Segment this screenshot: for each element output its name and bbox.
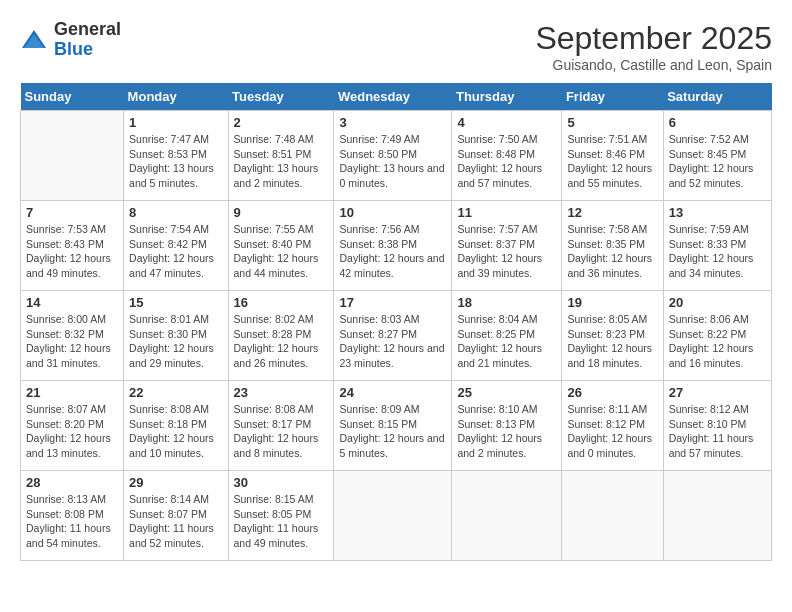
- day-cell: 28Sunrise: 8:13 AMSunset: 8:08 PMDayligh…: [21, 471, 124, 561]
- day-number: 2: [234, 115, 329, 130]
- day-info: Sunrise: 8:06 AMSunset: 8:22 PMDaylight:…: [669, 312, 766, 371]
- day-info: Sunrise: 8:01 AMSunset: 8:30 PMDaylight:…: [129, 312, 222, 371]
- day-cell: 13Sunrise: 7:59 AMSunset: 8:33 PMDayligh…: [663, 201, 771, 291]
- day-info: Sunrise: 8:15 AMSunset: 8:05 PMDaylight:…: [234, 492, 329, 551]
- weekday-header-saturday: Saturday: [663, 83, 771, 111]
- day-info: Sunrise: 7:56 AMSunset: 8:38 PMDaylight:…: [339, 222, 446, 281]
- day-info: Sunrise: 8:02 AMSunset: 8:28 PMDaylight:…: [234, 312, 329, 371]
- day-info: Sunrise: 7:48 AMSunset: 8:51 PMDaylight:…: [234, 132, 329, 191]
- day-cell: [562, 471, 663, 561]
- calendar-table: SundayMondayTuesdayWednesdayThursdayFrid…: [20, 83, 772, 561]
- day-cell: 23Sunrise: 8:08 AMSunset: 8:17 PMDayligh…: [228, 381, 334, 471]
- weekday-header-tuesday: Tuesday: [228, 83, 334, 111]
- day-number: 26: [567, 385, 657, 400]
- day-info: Sunrise: 7:54 AMSunset: 8:42 PMDaylight:…: [129, 222, 222, 281]
- day-cell: 12Sunrise: 7:58 AMSunset: 8:35 PMDayligh…: [562, 201, 663, 291]
- logo-general: General: [54, 19, 121, 39]
- weekday-header-monday: Monday: [124, 83, 228, 111]
- day-info: Sunrise: 7:50 AMSunset: 8:48 PMDaylight:…: [457, 132, 556, 191]
- header: General Blue September 2025 Guisando, Ca…: [20, 20, 772, 73]
- day-number: 19: [567, 295, 657, 310]
- weekday-header-sunday: Sunday: [21, 83, 124, 111]
- day-cell: 22Sunrise: 8:08 AMSunset: 8:18 PMDayligh…: [124, 381, 228, 471]
- day-number: 6: [669, 115, 766, 130]
- day-info: Sunrise: 7:47 AMSunset: 8:53 PMDaylight:…: [129, 132, 222, 191]
- day-info: Sunrise: 7:57 AMSunset: 8:37 PMDaylight:…: [457, 222, 556, 281]
- day-cell: [452, 471, 562, 561]
- day-number: 9: [234, 205, 329, 220]
- day-info: Sunrise: 7:52 AMSunset: 8:45 PMDaylight:…: [669, 132, 766, 191]
- logo: General Blue: [20, 20, 121, 60]
- weekday-header-row: SundayMondayTuesdayWednesdayThursdayFrid…: [21, 83, 772, 111]
- day-cell: 8Sunrise: 7:54 AMSunset: 8:42 PMDaylight…: [124, 201, 228, 291]
- day-cell: 10Sunrise: 7:56 AMSunset: 8:38 PMDayligh…: [334, 201, 452, 291]
- day-cell: 27Sunrise: 8:12 AMSunset: 8:10 PMDayligh…: [663, 381, 771, 471]
- day-cell: [334, 471, 452, 561]
- day-cell: [21, 111, 124, 201]
- location: Guisando, Castille and Leon, Spain: [535, 57, 772, 73]
- day-info: Sunrise: 8:07 AMSunset: 8:20 PMDaylight:…: [26, 402, 118, 461]
- day-info: Sunrise: 8:08 AMSunset: 8:17 PMDaylight:…: [234, 402, 329, 461]
- day-number: 15: [129, 295, 222, 310]
- day-number: 3: [339, 115, 446, 130]
- day-cell: 17Sunrise: 8:03 AMSunset: 8:27 PMDayligh…: [334, 291, 452, 381]
- day-cell: 26Sunrise: 8:11 AMSunset: 8:12 PMDayligh…: [562, 381, 663, 471]
- day-info: Sunrise: 8:10 AMSunset: 8:13 PMDaylight:…: [457, 402, 556, 461]
- day-info: Sunrise: 8:14 AMSunset: 8:07 PMDaylight:…: [129, 492, 222, 551]
- day-number: 8: [129, 205, 222, 220]
- day-cell: 7Sunrise: 7:53 AMSunset: 8:43 PMDaylight…: [21, 201, 124, 291]
- week-row-1: 1Sunrise: 7:47 AMSunset: 8:53 PMDaylight…: [21, 111, 772, 201]
- day-number: 24: [339, 385, 446, 400]
- day-cell: 25Sunrise: 8:10 AMSunset: 8:13 PMDayligh…: [452, 381, 562, 471]
- day-cell: 4Sunrise: 7:50 AMSunset: 8:48 PMDaylight…: [452, 111, 562, 201]
- day-cell: 19Sunrise: 8:05 AMSunset: 8:23 PMDayligh…: [562, 291, 663, 381]
- day-cell: 15Sunrise: 8:01 AMSunset: 8:30 PMDayligh…: [124, 291, 228, 381]
- day-number: 11: [457, 205, 556, 220]
- day-number: 30: [234, 475, 329, 490]
- day-number: 20: [669, 295, 766, 310]
- day-number: 5: [567, 115, 657, 130]
- week-row-3: 14Sunrise: 8:00 AMSunset: 8:32 PMDayligh…: [21, 291, 772, 381]
- day-cell: 14Sunrise: 8:00 AMSunset: 8:32 PMDayligh…: [21, 291, 124, 381]
- day-number: 28: [26, 475, 118, 490]
- day-info: Sunrise: 7:59 AMSunset: 8:33 PMDaylight:…: [669, 222, 766, 281]
- week-row-4: 21Sunrise: 8:07 AMSunset: 8:20 PMDayligh…: [21, 381, 772, 471]
- day-cell: 16Sunrise: 8:02 AMSunset: 8:28 PMDayligh…: [228, 291, 334, 381]
- weekday-header-wednesday: Wednesday: [334, 83, 452, 111]
- day-cell: 6Sunrise: 7:52 AMSunset: 8:45 PMDaylight…: [663, 111, 771, 201]
- month-title: September 2025: [535, 20, 772, 57]
- day-number: 14: [26, 295, 118, 310]
- day-cell: [663, 471, 771, 561]
- day-cell: 1Sunrise: 7:47 AMSunset: 8:53 PMDaylight…: [124, 111, 228, 201]
- day-info: Sunrise: 7:51 AMSunset: 8:46 PMDaylight:…: [567, 132, 657, 191]
- day-cell: 11Sunrise: 7:57 AMSunset: 8:37 PMDayligh…: [452, 201, 562, 291]
- day-number: 27: [669, 385, 766, 400]
- day-cell: 21Sunrise: 8:07 AMSunset: 8:20 PMDayligh…: [21, 381, 124, 471]
- day-cell: 29Sunrise: 8:14 AMSunset: 8:07 PMDayligh…: [124, 471, 228, 561]
- day-number: 10: [339, 205, 446, 220]
- day-info: Sunrise: 8:13 AMSunset: 8:08 PMDaylight:…: [26, 492, 118, 551]
- day-info: Sunrise: 8:03 AMSunset: 8:27 PMDaylight:…: [339, 312, 446, 371]
- title-area: September 2025 Guisando, Castille and Le…: [535, 20, 772, 73]
- day-cell: 9Sunrise: 7:55 AMSunset: 8:40 PMDaylight…: [228, 201, 334, 291]
- day-cell: 3Sunrise: 7:49 AMSunset: 8:50 PMDaylight…: [334, 111, 452, 201]
- week-row-2: 7Sunrise: 7:53 AMSunset: 8:43 PMDaylight…: [21, 201, 772, 291]
- day-info: Sunrise: 7:49 AMSunset: 8:50 PMDaylight:…: [339, 132, 446, 191]
- week-row-5: 28Sunrise: 8:13 AMSunset: 8:08 PMDayligh…: [21, 471, 772, 561]
- day-info: Sunrise: 8:05 AMSunset: 8:23 PMDaylight:…: [567, 312, 657, 371]
- day-cell: 5Sunrise: 7:51 AMSunset: 8:46 PMDaylight…: [562, 111, 663, 201]
- day-number: 25: [457, 385, 556, 400]
- logo-blue: Blue: [54, 39, 93, 59]
- day-info: Sunrise: 7:55 AMSunset: 8:40 PMDaylight:…: [234, 222, 329, 281]
- day-cell: 24Sunrise: 8:09 AMSunset: 8:15 PMDayligh…: [334, 381, 452, 471]
- day-number: 22: [129, 385, 222, 400]
- day-number: 17: [339, 295, 446, 310]
- day-number: 13: [669, 205, 766, 220]
- day-info: Sunrise: 8:12 AMSunset: 8:10 PMDaylight:…: [669, 402, 766, 461]
- day-info: Sunrise: 8:11 AMSunset: 8:12 PMDaylight:…: [567, 402, 657, 461]
- logo-icon: [20, 26, 48, 54]
- day-number: 7: [26, 205, 118, 220]
- day-number: 29: [129, 475, 222, 490]
- day-info: Sunrise: 8:04 AMSunset: 8:25 PMDaylight:…: [457, 312, 556, 371]
- weekday-header-thursday: Thursday: [452, 83, 562, 111]
